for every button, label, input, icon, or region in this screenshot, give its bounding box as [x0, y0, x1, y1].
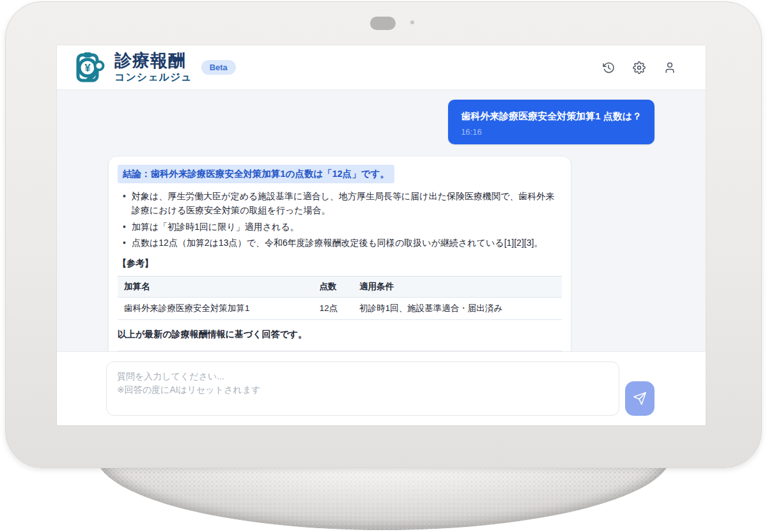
conclusion-highlight: 結論：歯科外来診療医療安全対策加算1の点数は「12点」です。 [118, 165, 394, 183]
bullet-item: 点数は12点（加算2は13点）で、令和6年度診療報酬改定後も同様の取扱いが継続さ… [120, 236, 562, 250]
light-sensor-dot [410, 20, 414, 24]
chat-area: 歯科外来診療医療安全対策加算1 点数は？ 16:16 結論：歯科外来診療医療安全… [57, 90, 706, 351]
camera-module [370, 17, 396, 30]
send-button[interactable] [625, 381, 655, 416]
table-row: 歯科外来診療医療安全対策加算1 12点 初診時1回、施設基準適合・届出済み [118, 297, 562, 319]
paper-plane-icon [633, 391, 647, 406]
beta-badge: Beta [201, 60, 236, 75]
reference-heading: 【参考】 [118, 258, 562, 270]
question-input[interactable] [106, 361, 619, 416]
bullet-item: 加算は「初診時1回に限り」適用される。 [120, 220, 562, 234]
app-title: 診療報酬 [114, 52, 192, 70]
cell-points: 12点 [313, 297, 353, 319]
composer-bar [57, 351, 706, 425]
brand-text: 診療報酬 コンシェルジュ [114, 52, 192, 82]
stethoscope-yen-icon: ¥ [72, 50, 107, 85]
message-timestamp: 16:16 [461, 127, 642, 137]
reference-table: 加算名 点数 適用条件 歯科外来診療医療安全対策加算1 12点 初診時1回、施設… [118, 276, 562, 320]
app-header: ¥ 診療報酬 コンシェルジュ Beta [57, 45, 706, 90]
column-header-conditions: 適用条件 [353, 276, 562, 297]
cell-addition-name: 歯科外来診療医療安全対策加算1 [118, 297, 313, 319]
column-header-name: 加算名 [118, 276, 313, 297]
table-header-row: 加算名 点数 適用条件 [118, 276, 562, 297]
app-screen: ¥ 診療報酬 コンシェルジュ Beta [57, 45, 706, 425]
user-message-bubble: 歯科外来診療医療安全対策加算1 点数は？ 16:16 [448, 100, 655, 144]
column-header-points: 点数 [313, 276, 353, 297]
smart-display-device: ¥ 診療報酬 コンシェルジュ Beta [5, 1, 762, 468]
header-actions [602, 61, 676, 74]
screenshot-stage: ¥ 診療報酬 コンシェルジュ Beta [0, 0, 767, 532]
svg-text:¥: ¥ [84, 62, 91, 74]
history-icon[interactable] [602, 61, 615, 74]
answer-bullet-list: 対象は、厚生労働大臣が定める施設基準に適合し、地方厚生局長等に届け出た保険医療機… [120, 189, 562, 250]
bullet-item: 対象は、厚生労働大臣が定める施設基準に適合し、地方厚生局長等に届け出た保険医療機… [120, 189, 562, 218]
brand: ¥ 診療報酬 コンシェルジュ [72, 50, 192, 85]
gear-icon[interactable] [633, 61, 646, 74]
user-message-text: 歯科外来診療医療安全対策加算1 点数は？ [461, 109, 642, 123]
user-icon[interactable] [663, 61, 676, 74]
closing-statement: 以上が最新の診療報酬情報に基づく回答です。 [118, 329, 562, 340]
app-subtitle: コンシェルジュ [114, 72, 192, 83]
ai-response-card: 結論：歯科外来診療医療安全対策加算1の点数は「12点」です。 対象は、厚生労働大… [108, 156, 571, 351]
cell-conditions: 初診時1回、施設基準適合・届出済み [353, 297, 562, 319]
